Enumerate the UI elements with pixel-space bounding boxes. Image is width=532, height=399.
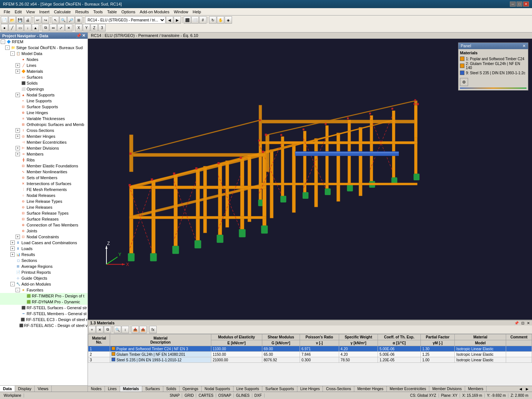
tb-zoom-out[interactable]: 🔎 bbox=[67, 16, 75, 24]
tb-prev[interactable]: ◀ bbox=[166, 16, 173, 24]
tab-member-eccentricities[interactable]: Member Eccentricities bbox=[387, 386, 429, 392]
tree-item-intersections[interactable]: ✕ Intersections of Surfaces bbox=[0, 181, 88, 187]
tab-nodal-supports[interactable]: Nodal Supports bbox=[202, 386, 233, 392]
tree-item-printout[interactable]: 📄 Printout Reports bbox=[0, 269, 88, 275]
menu-help[interactable]: Help bbox=[191, 9, 204, 14]
tree-item-memberhinges[interactable]: + ◎ Member Hinges bbox=[0, 133, 88, 139]
tab-next-btn[interactable]: ► bbox=[524, 386, 531, 392]
loadcase-dropdown[interactable]: RC14 - ELU (STR/GEO) - Permanent / tri..… bbox=[85, 16, 166, 24]
tb-move[interactable]: ⤢ bbox=[57, 24, 65, 31]
tb-open[interactable]: 📂 bbox=[8, 16, 16, 24]
table-float[interactable]: ⊡ bbox=[521, 321, 524, 325]
tree-item-linesupports[interactable]: ╸ Line Supports bbox=[0, 98, 88, 104]
tree-item-rfsteelmemb[interactable]: ━ RF-STEEL Members - General st bbox=[0, 311, 88, 317]
tree-item-materials[interactable]: + 🔶 Materials bbox=[0, 68, 88, 74]
tb-zoom-in[interactable]: 🔍 bbox=[59, 16, 67, 24]
tree-item-linehinges[interactable]: ⊕ Line Hinges bbox=[0, 110, 88, 116]
tb-zoom-all[interactable]: ⊞ bbox=[75, 16, 82, 24]
menu-insert[interactable]: Insert bbox=[37, 9, 52, 14]
tb-new[interactable]: 📄 bbox=[1, 16, 8, 24]
tree-item-surfreltype[interactable]: ⊟ Surface Release Types bbox=[0, 210, 88, 216]
tb-perspective[interactable]: ◈ bbox=[225, 16, 232, 24]
tab-lines[interactable]: Lines bbox=[105, 386, 120, 392]
menu-addon[interactable]: Add-on Modules bbox=[137, 9, 171, 14]
tb-mirror[interactable]: ⇔ bbox=[50, 24, 57, 31]
tree-item-memberelastic[interactable]: ⊟ Member Elastic Foundations bbox=[0, 163, 88, 169]
tb-save[interactable]: 💾 bbox=[16, 16, 24, 24]
tb-print[interactable]: 🖨 bbox=[24, 16, 31, 24]
tab-surface-supports[interactable]: Surface Supports bbox=[262, 386, 297, 392]
maximize-button[interactable]: □ bbox=[516, 1, 522, 7]
menu-table[interactable]: Table bbox=[105, 9, 119, 14]
tb-table-calc[interactable]: fx bbox=[149, 326, 157, 333]
tb-yview[interactable]: Y bbox=[83, 24, 90, 31]
tree-item-membereccent[interactable]: ⊣ Member Eccentricities bbox=[0, 139, 88, 145]
table-pin[interactable]: 📌 bbox=[514, 321, 519, 325]
tb-select[interactable]: ↖ bbox=[52, 16, 59, 24]
tree-item-results[interactable]: + 📊 Results bbox=[0, 252, 88, 258]
tb-show-loads[interactable]: ↓ bbox=[24, 24, 31, 31]
tb-show-nums[interactable]: # bbox=[199, 16, 207, 24]
tree-item-surfacesupports[interactable]: ⊟ Surface Supports bbox=[0, 104, 88, 110]
tree-item-joints[interactable]: ⊛ Joints bbox=[0, 228, 88, 234]
tree-item-nodes[interactable]: ● Nodes bbox=[0, 57, 88, 62]
tb-table-filter[interactable]: 🔍 bbox=[114, 326, 121, 333]
menu-calculate[interactable]: Calculate bbox=[52, 9, 73, 14]
tree-item-project[interactable]: - 📁 Siège Social ÖkoFEN - Bureaux Sud bbox=[0, 45, 88, 51]
tree-item-rfem[interactable]: - 🔷 RFEM bbox=[0, 39, 88, 45]
table-row-1[interactable]: 1Poplar and Softwood Timber C24 | NF EN … bbox=[88, 346, 532, 352]
tb-show-nodes[interactable]: ● bbox=[1, 24, 8, 31]
tb-show-support[interactable]: ▲ bbox=[32, 24, 39, 31]
status-grid[interactable]: GRID bbox=[182, 393, 196, 398]
menu-window[interactable]: Window bbox=[171, 9, 190, 14]
tb-show-surf[interactable]: ▭ bbox=[16, 24, 24, 31]
tb-render[interactable]: ⬛ bbox=[184, 16, 191, 24]
status-snap[interactable]: SNAP bbox=[167, 393, 182, 398]
tab-prev-btn[interactable]: ◄ bbox=[517, 386, 524, 392]
tb-table-sort[interactable]: ↕ bbox=[122, 326, 129, 333]
tree-item-nodalconstr[interactable]: + ⊡ Nodal Constraints bbox=[0, 234, 88, 240]
tree-item-sections[interactable]: ◻ Sections bbox=[0, 258, 88, 263]
tree-item-loadcases[interactable]: + ⬇ Load Cases and Combinations bbox=[0, 240, 88, 246]
tb-table-import[interactable]: 📥 bbox=[132, 326, 139, 333]
tree-item-ribs[interactable]: ╋ Ribs bbox=[0, 157, 88, 163]
tb-rotate[interactable]: ↻ bbox=[209, 16, 216, 24]
tree-item-nodalsupports[interactable]: + ▲ Nodal Supports bbox=[0, 92, 88, 98]
menu-tools[interactable]: Tools bbox=[91, 9, 105, 14]
table-close[interactable]: ✕ bbox=[527, 321, 530, 325]
tb-pan[interactable]: ✋ bbox=[217, 16, 224, 24]
tree-item-loads[interactable]: + ⬇ Loads bbox=[0, 246, 88, 252]
tree-item-surfaces[interactable]: ▭ Surfaces bbox=[0, 74, 88, 80]
tree-item-linereltype[interactable]: ⊖ Line Release Types bbox=[0, 198, 88, 204]
tree-item-varthick[interactable]: ≡ Variable Thicknesses bbox=[0, 116, 88, 122]
tb-table-del[interactable]: ✕ bbox=[96, 326, 103, 333]
nav-close[interactable]: ✕ bbox=[82, 33, 85, 38]
tab-materials[interactable]: Materials bbox=[120, 386, 142, 392]
tab-openings[interactable]: Openings bbox=[180, 386, 202, 392]
tb-table-copy[interactable]: ⧉ bbox=[104, 326, 111, 333]
tree-item-membernonlin[interactable]: ∿ Member Nonlinearities bbox=[0, 169, 88, 175]
tab-member-divisions[interactable]: Member Divisions bbox=[429, 386, 465, 392]
tree-item-rftimber[interactable]: 🟩 RF-TIMBER Pro - Design of t bbox=[0, 293, 88, 299]
tree-item-members[interactable]: + ━ Members bbox=[0, 151, 88, 157]
tree-item-surfreleases[interactable]: ⊟ Surface Releases bbox=[0, 216, 88, 222]
status-osnap[interactable]: OSNAP bbox=[216, 393, 234, 398]
panel-close[interactable]: ✕ bbox=[522, 44, 526, 48]
tab-cross-sections[interactable]: Cross-Sections bbox=[323, 386, 354, 392]
tree-item-ortho[interactable]: ⊞ Orthotropic Surfaces and Memb bbox=[0, 122, 88, 127]
tree-item-lines[interactable]: + ╱ Lines bbox=[0, 62, 88, 68]
nav-pin[interactable]: 📌 bbox=[76, 33, 81, 38]
tb-copy[interactable]: ⧉ bbox=[42, 24, 49, 31]
tab-nodes[interactable]: Nodes bbox=[88, 386, 105, 392]
tree-item-femesh[interactable]: ⋮ FE Mesh Refinements bbox=[0, 187, 88, 192]
status-dxf[interactable]: DXF bbox=[252, 393, 265, 398]
tab-surfaces[interactable]: Surfaces bbox=[142, 386, 163, 392]
tab-solids[interactable]: Solids bbox=[163, 386, 180, 392]
tb-table-add[interactable]: + bbox=[88, 326, 96, 333]
panel-config-btn[interactable]: ⚙ bbox=[460, 78, 468, 86]
tree-item-guide[interactable]: ⊹ Guide Objects bbox=[0, 275, 88, 281]
tab-line-hinges[interactable]: Line Hinges bbox=[297, 386, 323, 392]
tab-views[interactable]: Views bbox=[35, 386, 52, 392]
tb-show-lines[interactable]: ╱ bbox=[8, 24, 16, 31]
tree-item-avgregions[interactable]: ⊠ Average Regions bbox=[0, 263, 88, 269]
